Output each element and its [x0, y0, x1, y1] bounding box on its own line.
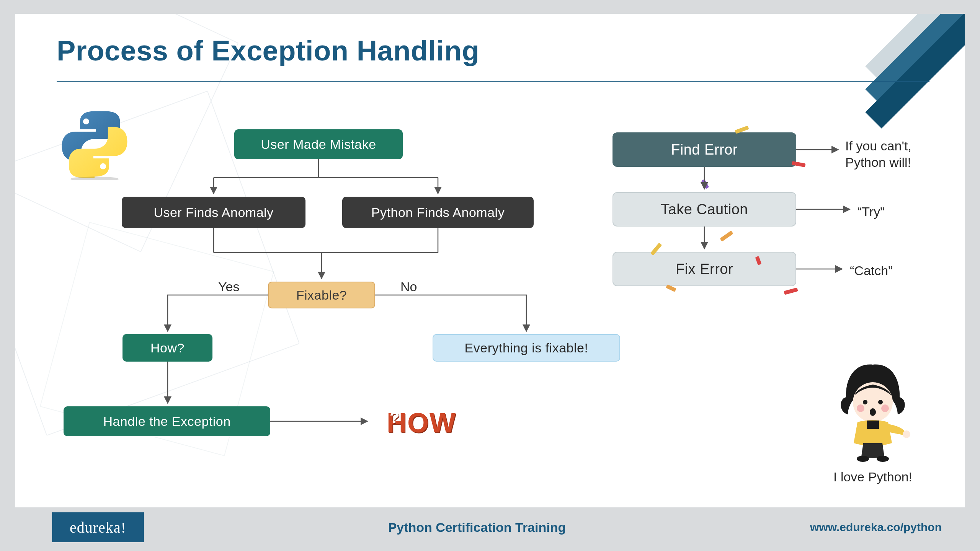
node-handle-the-exception: Handle the Exception — [64, 406, 270, 436]
python-logo-icon — [58, 108, 131, 182]
svg-point-10 — [877, 456, 889, 462]
note-try: “Try” — [858, 204, 884, 220]
confetti-icon — [720, 231, 733, 242]
confetti-icon — [784, 288, 798, 295]
girl-icon — [831, 361, 915, 464]
node-user-finds-anomaly: User Finds Anomaly — [122, 197, 305, 228]
node-find-error: Find Error — [612, 132, 796, 167]
node-take-caution: Take Caution — [612, 192, 796, 227]
node-fix-error: Fix Error — [612, 252, 796, 286]
svg-point-6 — [870, 408, 876, 416]
svg-point-9 — [857, 456, 869, 462]
node-python-finds-anomaly: Python Finds Anomaly — [342, 197, 534, 228]
confetti-icon — [701, 179, 709, 189]
svg-point-5 — [878, 400, 883, 404]
footer: edureka! Python Certification Training w… — [15, 510, 965, 544]
course-title: Python Certification Training — [144, 520, 810, 535]
title-underline — [57, 81, 929, 82]
note-catch: “Catch” — [850, 262, 892, 279]
brand-badge: edureka! — [52, 512, 144, 542]
edge-label-no: No — [400, 279, 417, 294]
slide: Process of Exception Handling User Made — [15, 14, 965, 507]
svg-point-8 — [903, 430, 910, 438]
node-everything-is-fixable: Everything is fixable! — [433, 334, 620, 362]
character-illustration: I love Python! — [831, 361, 915, 484]
svg-point-4 — [863, 400, 867, 404]
node-how: How? — [122, 334, 212, 362]
node-fixable: Fixable? — [268, 282, 375, 308]
page-title: Process of Exception Handling — [57, 34, 479, 67]
svg-point-3 — [881, 404, 889, 412]
how-graphic-icon: HOW — [387, 407, 456, 439]
svg-rect-7 — [867, 421, 879, 429]
node-user-made-mistake: User Made Mistake — [234, 129, 403, 159]
svg-point-1 — [853, 382, 893, 422]
svg-point-2 — [857, 404, 864, 412]
note-find-error: If you can't, Python will! — [845, 138, 911, 170]
footer-url: www.edureka.co/python — [810, 521, 942, 534]
character-caption: I love Python! — [831, 469, 915, 484]
edge-label-yes: Yes — [218, 279, 239, 294]
